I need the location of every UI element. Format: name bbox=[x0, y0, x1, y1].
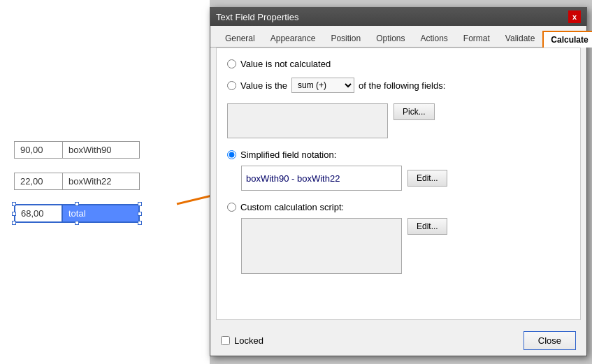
of-following-label: of the following fields: bbox=[359, 80, 445, 91]
tab-general[interactable]: General bbox=[217, 30, 263, 47]
handle-mr bbox=[138, 212, 142, 216]
handle-tl bbox=[12, 202, 16, 206]
field-row-3: 68,00 total bbox=[14, 204, 140, 223]
handle-tm bbox=[75, 202, 79, 206]
tab-position[interactable]: Position bbox=[323, 30, 368, 47]
edit-button-1[interactable]: Edit... bbox=[407, 170, 447, 187]
tab-options[interactable]: Options bbox=[368, 30, 412, 47]
handle-bl bbox=[12, 221, 16, 225]
field-container-3: 68,00 total bbox=[14, 204, 140, 223]
fields-list-box bbox=[227, 103, 388, 138]
field-row-1: 90,00 boxWith90 bbox=[14, 141, 140, 159]
dialog-close-button[interactable]: x bbox=[568, 10, 581, 23]
simplified-input-row: Edit... bbox=[241, 166, 570, 191]
tab-appearance[interactable]: Appearance bbox=[263, 30, 324, 47]
handle-ml bbox=[12, 212, 16, 216]
pick-area: Pick... bbox=[227, 103, 570, 138]
tab-actions[interactable]: Actions bbox=[412, 30, 455, 47]
field-value-3: 68,00 bbox=[14, 204, 63, 223]
field-name-2: boxWith22 bbox=[63, 173, 140, 190]
edit-button-2[interactable]: Edit... bbox=[407, 218, 447, 235]
dialog-tabs: General Appearance Position Options Acti… bbox=[210, 26, 586, 48]
simplified-radio-row: Simplified field notation: bbox=[227, 150, 570, 160]
handle-br bbox=[138, 221, 142, 225]
not-calculated-label: Value is not calculated bbox=[240, 59, 331, 69]
not-calculated-row: Value is not calculated bbox=[227, 59, 570, 69]
dialog-content: Value is not calculated Value is the sum… bbox=[216, 48, 581, 320]
custom-textarea-row: Edit... bbox=[241, 218, 570, 274]
field-container-2: 22,00 boxWith22 bbox=[14, 173, 140, 190]
text-field-properties-dialog: Text Field Properties x General Appearan… bbox=[210, 7, 587, 356]
simplified-section: Simplified field notation: Edit... bbox=[227, 150, 570, 191]
tab-calculate[interactable]: Calculate bbox=[542, 31, 592, 48]
field-name-3: total bbox=[63, 204, 140, 223]
locked-row: Locked bbox=[221, 335, 263, 346]
value-is-radio[interactable] bbox=[227, 81, 236, 90]
custom-radio[interactable] bbox=[227, 203, 236, 212]
sum-select[interactable]: sum (+) product (*) average minimum maxi… bbox=[291, 78, 354, 93]
locked-label: Locked bbox=[234, 335, 263, 346]
field-value-2: 22,00 bbox=[14, 173, 63, 190]
field-container-1: 90,00 boxWith90 bbox=[14, 141, 140, 159]
field-row-2: 22,00 boxWith22 bbox=[14, 173, 140, 190]
tab-validate[interactable]: Validate bbox=[498, 30, 542, 47]
custom-label: Custom calculation script: bbox=[240, 202, 344, 212]
custom-section: Custom calculation script: Edit... bbox=[227, 202, 570, 274]
dialog-footer: Locked Close bbox=[210, 326, 586, 356]
selection-wrapper: 68,00 total bbox=[14, 204, 140, 223]
simplified-input[interactable] bbox=[241, 166, 402, 191]
custom-textarea bbox=[241, 218, 402, 274]
value-is-row: Value is the sum (+) product (*) average… bbox=[227, 78, 570, 93]
handle-tr bbox=[138, 202, 142, 206]
simplified-label: Simplified field notation: bbox=[240, 150, 336, 160]
value-is-label: Value is the bbox=[240, 80, 287, 91]
dialog-titlebar: Text Field Properties x bbox=[210, 8, 586, 26]
simplified-radio[interactable] bbox=[227, 150, 236, 159]
left-panel: 90,00 boxWith90 22,00 boxWith22 68,00 to… bbox=[0, 0, 210, 364]
field-value-1: 90,00 bbox=[14, 141, 63, 159]
field-name-1: boxWith90 bbox=[63, 141, 140, 159]
pick-button[interactable]: Pick... bbox=[394, 103, 435, 120]
handle-bm bbox=[75, 221, 79, 225]
not-calculated-radio[interactable] bbox=[227, 59, 236, 68]
dialog-title: Text Field Properties bbox=[216, 12, 299, 22]
tab-format[interactable]: Format bbox=[456, 30, 498, 47]
custom-radio-row: Custom calculation script: bbox=[227, 202, 570, 212]
close-button[interactable]: Close bbox=[524, 331, 576, 350]
locked-checkbox[interactable] bbox=[221, 336, 230, 345]
